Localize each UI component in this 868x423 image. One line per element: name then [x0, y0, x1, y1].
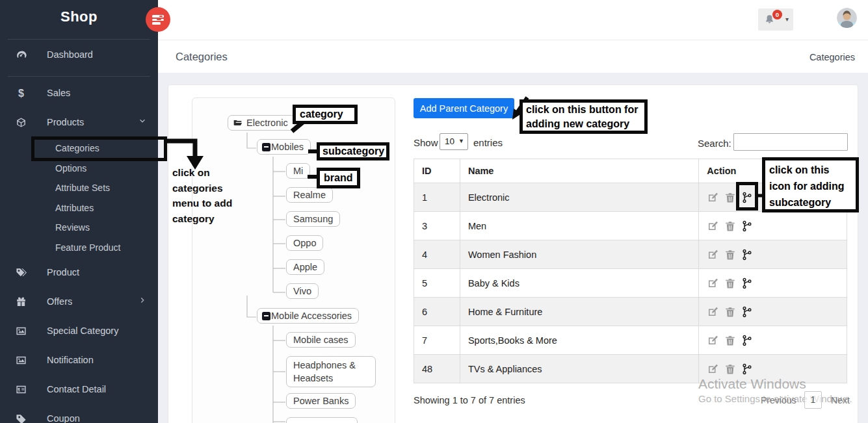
page-size-select[interactable]: 10 ▼	[440, 133, 468, 150]
edit-icon[interactable]	[707, 363, 718, 375]
sidebar-item-label: Reviews	[55, 222, 90, 233]
collapse-minus-icon[interactable]	[262, 143, 270, 151]
edit-icon[interactable]	[707, 192, 718, 203]
table-row: 6 Home & Furniture	[414, 298, 847, 326]
edit-icon[interactable]	[707, 277, 718, 289]
sidebar-item-dashboard[interactable]: Dashboard	[0, 48, 158, 64]
page-header-bar: Categories Categories	[158, 40, 868, 73]
dashboard-icon	[16, 49, 27, 60]
sidebar-item-reviews[interactable]: Reviews	[0, 222, 158, 236]
sidebar-item-products[interactable]: Products	[0, 116, 158, 131]
annotation-subcategory-label: subcategory	[317, 142, 389, 160]
cell-id: 6	[414, 298, 460, 326]
edit-icon[interactable]	[707, 249, 718, 261]
delete-icon[interactable]	[724, 335, 736, 346]
categories-admin-page: Shop Dashboard $ Sales Products Categori…	[0, 0, 868, 423]
sidebar-item-notification[interactable]: Notification	[0, 353, 158, 369]
tree-node-mobiles[interactable]: Mobiles	[257, 139, 311, 155]
sidebar-item-options[interactable]: Options	[0, 162, 158, 177]
cell-name: TVs & Appliances	[460, 355, 698, 383]
delete-icon[interactable]	[724, 277, 736, 289]
delete-icon[interactable]	[724, 220, 736, 232]
tree-node-apple[interactable]: Apple	[286, 259, 324, 275]
cell-name: Sports,Books & More	[460, 326, 698, 355]
delete-icon[interactable]	[724, 249, 736, 261]
search-label: Search:	[698, 138, 731, 149]
sidebar-item-product[interactable]: Product	[0, 266, 158, 281]
sidebar-item-contact-detail[interactable]: Contact Detail	[0, 383, 158, 398]
folder-open-icon	[233, 118, 243, 127]
sidebar-item-attribute-sets[interactable]: Attribute Sets	[0, 182, 158, 196]
tree-node-electronic[interactable]: Electronic	[228, 115, 295, 131]
notification-count-badge: 0	[772, 10, 782, 19]
sidebar: Shop Dashboard $ Sales Products Categori…	[0, 0, 158, 423]
breadcrumb: Categories	[809, 52, 855, 62]
table-row: 4 Women Fashion	[414, 240, 847, 269]
contact-card-icon	[16, 384, 27, 395]
cell-id: 1	[414, 183, 460, 212]
tree-node-mi[interactable]: Mi	[286, 163, 310, 179]
edit-icon[interactable]	[707, 306, 718, 318]
delete-icon[interactable]	[724, 363, 736, 375]
annotation-brand-label: brand	[317, 168, 360, 188]
add-subcategory-icon[interactable]	[742, 277, 752, 289]
sidebar-item-label: Attribute Sets	[55, 183, 110, 193]
notifications-button[interactable]: 0 ▾	[758, 8, 793, 31]
tree-node-label: Oppo	[293, 238, 316, 248]
tree-node-power-banks[interactable]: Power Banks	[286, 393, 356, 409]
chevron-down-icon	[138, 117, 146, 125]
tree-node-label: Mobiles	[271, 142, 304, 152]
table-row: 3 Men	[414, 212, 847, 240]
pagination-next[interactable]: Next	[831, 395, 850, 405]
column-header-id[interactable]: ID	[414, 159, 460, 183]
image-icon	[16, 326, 27, 337]
collapse-minus-icon[interactable]	[262, 312, 270, 320]
sidebar-item-label: Contact Detail	[47, 384, 106, 394]
edit-icon[interactable]	[707, 220, 718, 232]
select-caret-icon: ▼	[458, 138, 464, 144]
sidebar-item-offers[interactable]: Offers	[0, 295, 158, 311]
tree-node-mobile-cases[interactable]: Mobile cases	[286, 332, 356, 348]
sidebar-divider	[8, 76, 150, 77]
tree-node-oppo[interactable]: Oppo	[286, 235, 323, 251]
add-subcategory-icon[interactable]	[742, 363, 752, 375]
delete-icon[interactable]	[724, 306, 736, 318]
sidebar-item-attributes[interactable]: Attributes	[0, 202, 158, 216]
dollar-icon: $	[16, 88, 27, 99]
add-subcategory-icon[interactable]	[742, 306, 752, 318]
sidebar-toggle-button[interactable]	[146, 7, 170, 32]
tree-node-vivo[interactable]: Vivo	[286, 283, 319, 299]
table-info-text: Showing 1 to 7 of 7 entries	[414, 395, 525, 405]
sidebar-item-sales[interactable]: $ Sales	[0, 86, 158, 102]
tree-node-realme[interactable]: Realme	[286, 187, 333, 203]
user-avatar[interactable]	[837, 8, 857, 28]
delete-icon[interactable]	[724, 192, 736, 203]
add-subcategory-icon[interactable]	[742, 335, 752, 346]
sidebar-item-label: Offers	[47, 296, 72, 307]
column-header-name[interactable]: Name	[460, 159, 698, 183]
show-label: Show	[414, 137, 438, 148]
pagination-previous[interactable]: Previous	[761, 395, 796, 405]
tree-node-label: Samsung	[293, 214, 333, 224]
sidebar-item-label: Dashboard	[47, 49, 93, 60]
entries-label: entries	[473, 137, 503, 148]
add-subcategory-icon[interactable]	[742, 220, 752, 232]
tree-node-label: Mobile cases	[293, 335, 349, 345]
sidebar-item-feature-product[interactable]: Feature Product	[0, 242, 158, 256]
caret-down-icon: ▾	[785, 16, 789, 23]
add-parent-category-button[interactable]: Add Parent Category	[414, 98, 514, 118]
tree-node-headphones-headsets[interactable]: Headphones & Headsets	[286, 356, 376, 387]
cell-name: Electronic	[460, 183, 698, 212]
annotation-icon-note: click on this icon for adding subcategor…	[762, 157, 859, 212]
search-input[interactable]	[733, 133, 848, 151]
tree-node-partial[interactable]	[286, 417, 358, 423]
tree-node-label: Vivo	[293, 286, 311, 296]
pagination-page-1[interactable]: 1	[804, 391, 822, 409]
edit-icon[interactable]	[707, 335, 718, 346]
sidebar-item-coupon[interactable]: Coupon	[0, 412, 158, 423]
tree-node-samsung[interactable]: Samsung	[286, 211, 340, 227]
add-subcategory-icon[interactable]	[742, 249, 752, 261]
sidebar-item-special-category[interactable]: Special Category	[0, 324, 158, 340]
tree-node-mobile-accessories[interactable]: Mobile Accessories	[257, 308, 359, 324]
annotation-category-label: category	[293, 105, 358, 124]
